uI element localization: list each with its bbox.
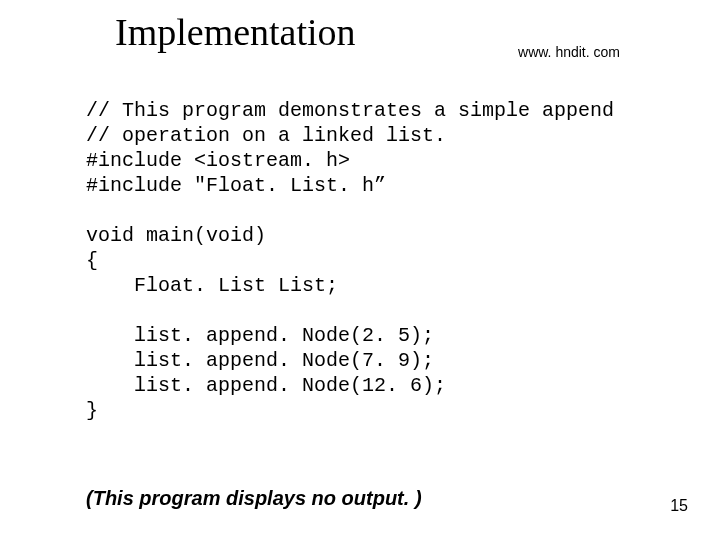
- page-number: 15: [670, 497, 688, 515]
- slide-title: Implementation: [115, 10, 356, 54]
- source-url: www. hndit. com: [518, 44, 620, 60]
- code-block: // This program demonstrates a simple ap…: [86, 98, 614, 423]
- slide: Implementation www. hndit. com // This p…: [0, 0, 720, 540]
- output-note: (This program displays no output. ): [86, 487, 422, 510]
